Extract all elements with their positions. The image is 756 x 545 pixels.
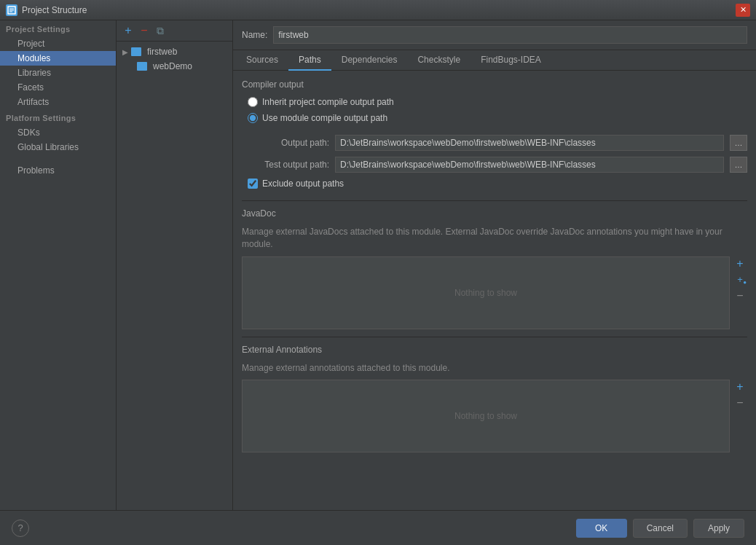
- sidebar-item-project[interactable]: Project: [0, 36, 116, 51]
- sidebar-item-problems[interactable]: Problems: [0, 163, 116, 178]
- javadoc-side-buttons: + +● −: [733, 256, 747, 303]
- external-annotations-title: External Annotations: [242, 345, 747, 355]
- external-annotations-empty-area: Nothing to show: [242, 380, 730, 452]
- tabs-bar: Sources Paths Dependencies Checkstyle Fi…: [233, 50, 756, 71]
- tree-arrow-firstweb: ▶: [122, 48, 128, 56]
- cancel-button[interactable]: Cancel: [633, 519, 688, 538]
- apply-button[interactable]: Apply: [693, 519, 744, 538]
- test-output-path-row: Test output path: …: [242, 157, 747, 173]
- external-annotations-empty-text: Nothing to show: [454, 411, 517, 421]
- module-icon-firstweb: [131, 47, 141, 56]
- tree-item-webdemo[interactable]: webDemo: [117, 59, 232, 74]
- javadoc-desc: Manage external JavaDocs attached to thi…: [242, 226, 747, 251]
- external-annotations-remove-button[interactable]: −: [733, 396, 747, 410]
- module-icon-webdemo: [137, 62, 147, 71]
- output-path-row: Output path: …: [242, 135, 747, 151]
- add-module-button[interactable]: +: [121, 23, 135, 38]
- external-annotations-area-container: Nothing to show + −: [242, 380, 747, 452]
- help-button[interactable]: ?: [12, 519, 29, 537]
- platform-settings-label: Platform Settings: [0, 109, 116, 125]
- javadoc-add-button[interactable]: +: [733, 256, 747, 271]
- sidebar-item-libraries[interactable]: Libraries: [0, 66, 116, 80]
- left-sidebar: Project Settings Project Modules Librari…: [0, 20, 117, 510]
- javadoc-area-container: Nothing to show + +● −: [242, 256, 747, 329]
- divider-2: [242, 337, 747, 337]
- javadoc-empty-text: Nothing to show: [454, 288, 517, 298]
- javadoc-add-url-button[interactable]: +●: [733, 272, 747, 287]
- copy-module-button[interactable]: ⧉: [153, 23, 168, 38]
- external-annotations-desc: Manage external annotations attached to …: [242, 362, 747, 375]
- exclude-checkbox-row: Exclude output paths: [248, 179, 747, 189]
- tab-findbugs[interactable]: FindBugs-IDEA: [470, 50, 551, 71]
- module-tree: ▶ firstweb webDemo: [117, 42, 232, 510]
- javadoc-title: JavaDoc: [242, 208, 747, 219]
- test-output-path-browse-button[interactable]: …: [730, 157, 747, 173]
- output-path-label: Output path:: [242, 138, 329, 148]
- radio-inherit-input[interactable]: [248, 97, 258, 107]
- panel-content: Compiler output Inherit project compile …: [233, 71, 756, 510]
- radio-use-module-text: Use module compile output path: [262, 113, 387, 123]
- sidebar-item-artifacts[interactable]: Artifacts: [0, 95, 116, 109]
- bottom-bar: ? OK Cancel Apply: [0, 510, 756, 545]
- radio-use-module-label[interactable]: Use module compile output path: [248, 113, 747, 123]
- test-output-path-label: Test output path:: [242, 160, 329, 170]
- name-input[interactable]: [273, 26, 747, 44]
- main-container: Project Settings Project Modules Librari…: [0, 20, 756, 510]
- title-bar: Project Structure ✕: [0, 0, 756, 20]
- exclude-checkbox-label: Exclude output paths: [262, 179, 344, 189]
- module-tree-panel: + − ⧉ ▶ firstweb webDemo: [117, 20, 233, 510]
- test-output-path-input[interactable]: [335, 157, 724, 173]
- content-area: Name: Sources Paths Dependencies Checkst…: [233, 20, 756, 510]
- tree-item-firstweb[interactable]: ▶ firstweb: [117, 44, 232, 59]
- external-annotations-side-buttons: + −: [733, 380, 747, 410]
- project-settings-label: Project Settings: [0, 20, 116, 36]
- ok-button[interactable]: OK: [576, 519, 627, 538]
- remove-module-button[interactable]: −: [137, 23, 151, 38]
- action-buttons: OK Cancel Apply: [576, 519, 744, 538]
- output-path-input[interactable]: [335, 135, 724, 151]
- radio-use-module-input[interactable]: [248, 113, 258, 123]
- tab-checkstyle[interactable]: Checkstyle: [407, 50, 470, 71]
- sidebar-item-facets[interactable]: Facets: [0, 80, 116, 95]
- tab-dependencies[interactable]: Dependencies: [331, 50, 408, 71]
- sidebar-item-modules[interactable]: Modules: [0, 51, 116, 66]
- sidebar-item-sdks[interactable]: SDKs: [0, 125, 116, 140]
- tree-label-firstweb: firstweb: [147, 47, 177, 57]
- compiler-output-title: Compiler output: [242, 79, 747, 90]
- javadoc-empty-area: Nothing to show: [242, 256, 730, 329]
- module-tree-toolbar: + − ⧉: [117, 20, 232, 42]
- radio-inherit-text: Inherit project compile output path: [262, 97, 394, 107]
- exclude-checkbox[interactable]: [248, 179, 258, 189]
- tab-sources[interactable]: Sources: [236, 50, 288, 71]
- app-icon: [6, 4, 17, 16]
- close-button[interactable]: ✕: [736, 4, 750, 17]
- window-title: Project Structure: [22, 5, 87, 15]
- output-path-browse-button[interactable]: …: [730, 135, 747, 151]
- sidebar-item-global-libraries[interactable]: Global Libraries: [0, 140, 116, 154]
- tab-paths[interactable]: Paths: [288, 50, 331, 71]
- radio-group-output: Inherit project compile output path Use …: [248, 97, 747, 123]
- radio-inherit-label[interactable]: Inherit project compile output path: [248, 97, 747, 107]
- javadoc-remove-button[interactable]: −: [733, 289, 747, 303]
- external-annotations-add-button[interactable]: +: [733, 380, 747, 394]
- tree-label-webdemo: webDemo: [153, 61, 192, 71]
- name-row: Name:: [233, 20, 756, 50]
- name-label: Name:: [242, 30, 267, 40]
- divider-1: [242, 200, 747, 201]
